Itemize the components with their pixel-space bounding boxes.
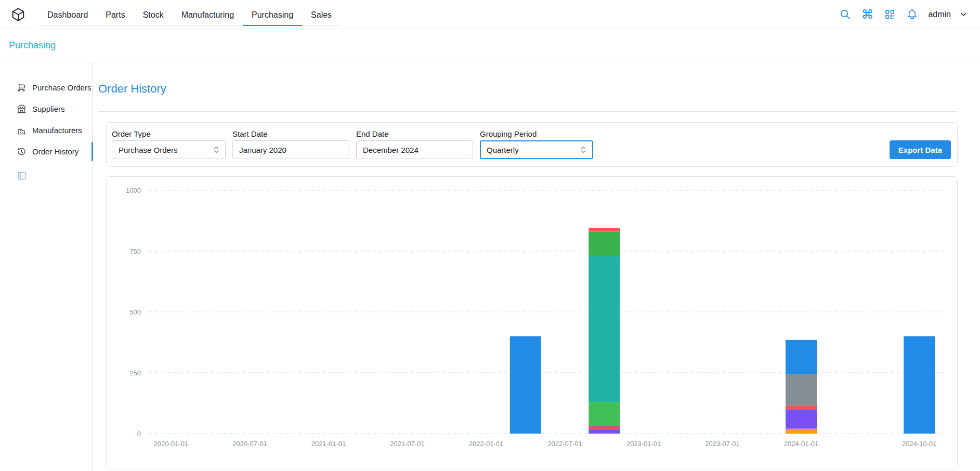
export-data-button[interactable]: Export Data [890, 140, 951, 159]
nav-tab-manufacturing[interactable]: Manufacturing [173, 5, 243, 26]
purchasing-sidebar: Purchase Orders Suppliers Manufacturers [0, 62, 93, 471]
nav-tab-sales[interactable]: Sales [302, 5, 341, 26]
svg-text:750: 750 [129, 247, 141, 255]
order-history-filter-card: Order Type Purchase Orders Start Date En… [106, 122, 958, 167]
shopping-cart-icon [17, 83, 27, 93]
grouping-period-select[interactable]: Quarterly [480, 140, 593, 159]
content-area: Purchase Orders Suppliers Manufacturers [0, 62, 980, 471]
nav-tab-dashboard[interactable]: Dashboard [38, 5, 97, 26]
svg-text:1000: 1000 [126, 187, 141, 194]
sidebar-item-purchase-orders[interactable]: Purchase Orders [0, 77, 92, 98]
selector-updown-icon [579, 146, 587, 154]
sidebar-item-manufacturers[interactable]: Manufacturers [0, 120, 92, 141]
username-label: admin [928, 10, 951, 19]
svg-text:2022-01-01: 2022-01-01 [469, 440, 504, 448]
main-nav-tabs: Dashboard Parts Stock Manufacturing Purc… [38, 5, 341, 26]
nav-tab-purchasing[interactable]: Purchasing [243, 5, 302, 26]
order-type-label: Order Type [112, 129, 226, 138]
grouping-period-label: Grouping Period [480, 129, 593, 138]
user-menu[interactable]: admin [928, 9, 969, 19]
start-date-field: Start Date [232, 129, 349, 159]
grouping-period-field: Grouping Period Quarterly [480, 129, 593, 159]
nav-tab-parts[interactable]: Parts [97, 5, 134, 26]
start-date-input[interactable] [232, 140, 349, 159]
sidebar-item-order-history[interactable]: Order History [0, 141, 92, 162]
top-navbar: Dashboard Parts Stock Manufacturing Purc… [0, 0, 980, 29]
svg-text:500: 500 [129, 308, 141, 316]
nav-tab-stock[interactable]: Stock [134, 5, 173, 26]
svg-text:2024-01-01: 2024-01-01 [784, 440, 819, 448]
main-panel: Order History Order Type Purchase Orders… [93, 62, 980, 471]
notifications-bell-icon[interactable] [906, 8, 918, 21]
order-history-chart[interactable]: 025050075010002020-01-012020-07-012021-0… [107, 177, 957, 469]
sidebar-collapse-icon[interactable] [17, 171, 27, 181]
selector-updown-icon [212, 146, 220, 154]
svg-text:2021-01-01: 2021-01-01 [311, 440, 346, 448]
svg-text:2024-10-01: 2024-10-01 [902, 440, 937, 448]
svg-text:2022-07-01: 2022-07-01 [547, 440, 582, 448]
grouping-period-select-value: Quarterly [487, 146, 519, 154]
order-history-chart-card: 025050075010002020-01-012020-07-012021-0… [106, 176, 958, 469]
end-date-label: End Date [356, 129, 473, 138]
svg-text:2021-07-01: 2021-07-01 [390, 440, 425, 448]
svg-text:0: 0 [137, 430, 141, 438]
command-palette-icon[interactable]: ⌘ [861, 8, 873, 21]
svg-text:2020-07-01: 2020-07-01 [232, 440, 267, 448]
history-icon [17, 147, 27, 156]
end-date-field: End Date [356, 129, 473, 159]
order-type-select-value: Purchase Orders [119, 146, 177, 154]
svg-text:250: 250 [129, 369, 141, 377]
sidebar-item-suppliers[interactable]: Suppliers [0, 98, 92, 120]
svg-text:2020-01-01: 2020-01-01 [154, 440, 189, 448]
chevron-down-icon [959, 9, 969, 19]
title-divider [98, 111, 958, 112]
page-title: Order History [98, 82, 958, 96]
svg-text:2023-01-01: 2023-01-01 [626, 440, 661, 448]
order-type-field: Order Type Purchase Orders [112, 129, 226, 159]
order-type-select[interactable]: Purchase Orders [112, 140, 226, 159]
breadcrumb-bar: Purchasing [0, 29, 980, 62]
sidebar-item-label: Order History [32, 147, 79, 156]
barcode-scan-icon[interactable] [883, 8, 896, 21]
factory-icon [17, 125, 27, 135]
navbar-actions: ⌘ admin [839, 8, 969, 21]
search-icon[interactable] [839, 8, 851, 21]
start-date-label: Start Date [232, 129, 349, 138]
breadcrumb-link-purchasing[interactable]: Purchasing [9, 40, 56, 51]
svg-text:2023-07-01: 2023-07-01 [705, 440, 740, 448]
sidebar-item-label: Purchase Orders [32, 83, 91, 92]
sidebar-item-label: Suppliers [32, 104, 65, 113]
end-date-input[interactable] [356, 140, 473, 159]
app-logo-icon[interactable] [10, 7, 26, 22]
building-store-icon [17, 104, 27, 114]
sidebar-item-label: Manufacturers [32, 126, 82, 135]
